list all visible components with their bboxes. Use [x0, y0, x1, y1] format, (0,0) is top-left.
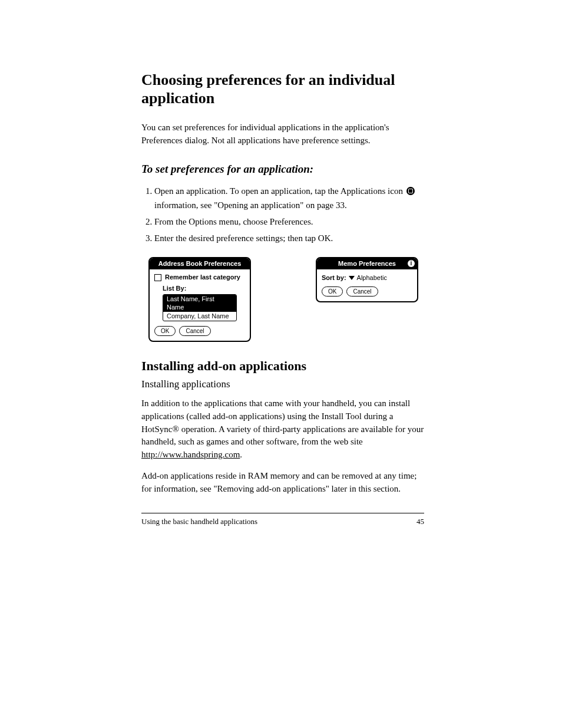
section-heading: Choosing preferences for an individual a… — [141, 71, 424, 107]
ok-button[interactable]: OK — [154, 326, 176, 336]
section-installing-addons: Installing add-on applications Installin… — [141, 358, 424, 495]
list-by-selector[interactable]: Last Name, First Name Company, Last Name — [163, 294, 237, 321]
footer-title: Using the basic handheld applications — [141, 517, 257, 526]
footer-rule — [141, 513, 424, 513]
dropdown-arrow-icon — [349, 276, 355, 280]
section-subheading: Installing applications — [141, 378, 424, 390]
memo-preferences-dialog: Memo Preferences i Sort by: Alphabetic O… — [316, 257, 418, 302]
procedure-heading: To set preferences for an application: — [141, 163, 424, 176]
section-heading: Installing add-on applications — [141, 358, 424, 374]
cancel-button[interactable]: Cancel — [179, 326, 210, 336]
sort-by-label: Sort by: — [322, 274, 346, 282]
remember-last-category-label: Remember last category — [165, 274, 240, 281]
step-1-suffix: information, see "Opening an application… — [154, 200, 347, 210]
intro-paragraph: You can set preferences for individual a… — [141, 121, 424, 147]
list-by-label: List By: — [163, 285, 245, 292]
step-1-prefix: Open an application. To open an applicat… — [154, 186, 405, 196]
step-1: Open an application. To open an applicat… — [154, 184, 424, 212]
remember-last-category-checkbox[interactable] — [154, 274, 161, 281]
addon-paragraph-2: Add-on applications reside in RAM memory… — [141, 470, 424, 496]
procedure-steps: Open an application. To open an applicat… — [141, 184, 424, 245]
cancel-button[interactable]: Cancel — [346, 286, 378, 297]
ok-button[interactable]: OK — [322, 286, 343, 297]
page-footer: Using the basic handheld applications 45 — [141, 517, 424, 526]
page-number: 45 — [416, 517, 424, 526]
info-icon[interactable]: i — [408, 260, 415, 267]
page-content: Choosing preferences for an individual a… — [141, 71, 424, 526]
dialog-title: Memo Preferences i — [317, 258, 417, 269]
step-3: Enter the desired preference settings; t… — [154, 231, 424, 245]
addon-paragraph-1: In addition to the applications that cam… — [141, 397, 424, 462]
applications-icon — [406, 187, 415, 195]
list-by-option-lastname[interactable]: Last Name, First Name — [163, 295, 236, 311]
sort-by-value: Alphabetic — [357, 274, 387, 282]
list-by-option-company[interactable]: Company, Last Name — [163, 312, 236, 321]
website-link[interactable]: http://www.handspring.com — [141, 450, 240, 459]
sort-by-dropdown[interactable]: Alphabetic — [349, 274, 387, 282]
dialog-illustrations: Address Book Preferences Remember last c… — [148, 257, 424, 342]
address-book-preferences-dialog: Address Book Preferences Remember last c… — [148, 257, 251, 342]
dialog-title: Address Book Preferences — [150, 258, 250, 269]
step-2: From the Options menu, choose Preference… — [154, 215, 424, 229]
